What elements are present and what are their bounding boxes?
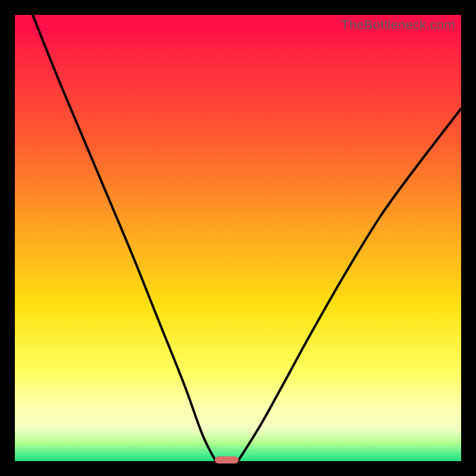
optimal-marker xyxy=(215,456,239,464)
chart-frame: TheBottleneck.com xyxy=(15,15,461,461)
bottleneck-curves xyxy=(15,15,461,461)
left-curve xyxy=(33,15,216,461)
right-curve xyxy=(238,109,461,462)
